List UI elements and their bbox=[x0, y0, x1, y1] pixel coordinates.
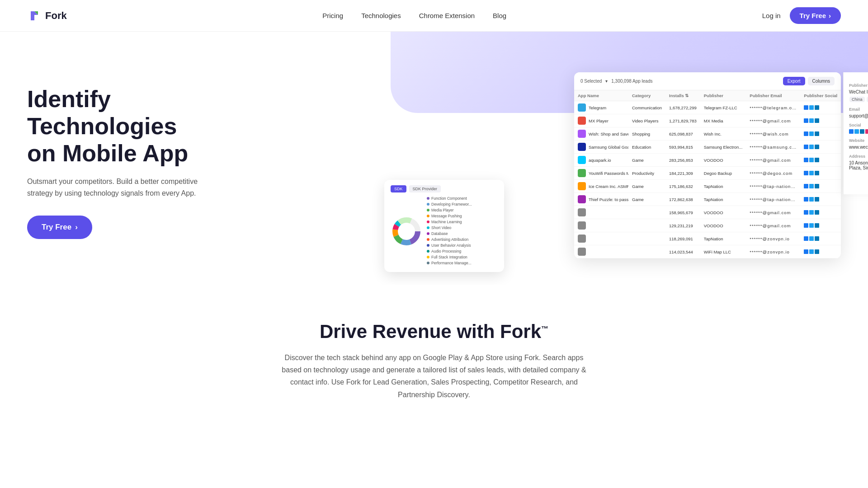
drive-title: Drive Revenue with Fork™ bbox=[27, 321, 841, 343]
table-row[interactable]: 129,231,219 VOODOO ******@gmail.com bbox=[574, 219, 841, 232]
selected-count: 0 Selected bbox=[580, 79, 602, 84]
sdk-tab-provider[interactable]: SDK Provider bbox=[409, 185, 441, 192]
data-table: App Name Category Installs ⇅ Publisher P… bbox=[574, 90, 841, 258]
col-app-name[interactable]: App Name bbox=[574, 90, 628, 101]
social-icon-2 bbox=[854, 129, 859, 134]
donut-chart bbox=[391, 216, 422, 247]
sdk-content: Function Component Developing Framewor..… bbox=[391, 196, 498, 267]
hero-try-free-button[interactable]: Try Free › bbox=[27, 216, 92, 239]
nav-links: Pricing Technologies Chrome Extension Bl… bbox=[322, 12, 506, 19]
arrow-icon: › bbox=[829, 12, 831, 19]
sdk-list-item: Function Component bbox=[427, 196, 498, 201]
table-row[interactable]: YouWifi Passwords Map Instal Productivit… bbox=[574, 167, 841, 180]
hero-arrow-icon: › bbox=[75, 223, 78, 232]
nav-technologies[interactable]: Technologies bbox=[361, 12, 401, 19]
sdk-list-item: Full Stack Integration bbox=[427, 255, 498, 259]
publisher-value: WeChat International Pte. Ltd. bbox=[849, 89, 868, 94]
sdk-list-item: Advertising Attribution bbox=[427, 237, 498, 242]
website-label: Website bbox=[849, 138, 868, 143]
drive-subtitle: Discover the tech stack behind any app o… bbox=[280, 352, 588, 401]
table-row[interactable]: 158,965,679 VOODOO ******@gmail.com bbox=[574, 206, 841, 219]
sdk-list-item: Media Player bbox=[427, 208, 498, 212]
export-button[interactable]: Export bbox=[783, 77, 805, 85]
drive-section: Drive Revenue with Fork™ Discover the te… bbox=[0, 285, 868, 428]
address-label: Address bbox=[849, 154, 868, 159]
table-row[interactable]: MX Player Video Players 1,271,829,783 MX… bbox=[574, 114, 841, 127]
table-wrap: App Name Category Installs ⇅ Publisher P… bbox=[574, 90, 841, 258]
sdk-list-item: Message Pushing bbox=[427, 214, 498, 218]
try-free-nav-button[interactable]: Try Free › bbox=[790, 7, 841, 24]
table-body: Telegram Communication 1,678,272,299 Tel… bbox=[574, 101, 841, 258]
logo-text: Fork bbox=[45, 10, 67, 22]
nav-blog[interactable]: Blog bbox=[493, 12, 506, 19]
social-icon-3 bbox=[860, 129, 864, 134]
sdk-category-list: Function Component Developing Framewor..… bbox=[427, 196, 498, 267]
address-value: 10 Anson Rd, #21-07, International Plaza… bbox=[849, 160, 868, 170]
sdk-tabs: SDK SDK Provider bbox=[391, 185, 498, 192]
dashboard-panel: 0 Selected ▾ 1,300,098 App leads Export … bbox=[574, 72, 841, 258]
hero-left: Identify Technologies on Mobile App Outs… bbox=[27, 59, 393, 239]
table-header: App Name Category Installs ⇅ Publisher P… bbox=[574, 90, 841, 101]
sdk-card: SDK SDK Provider bbox=[384, 180, 504, 272]
table-row[interactable]: 114,023,544 WiFi Map LLC ******@zonvpn.i… bbox=[574, 245, 841, 258]
nav-pricing[interactable]: Pricing bbox=[322, 12, 343, 19]
table-row[interactable]: Samsung Global Goals Education 593,994,8… bbox=[574, 141, 841, 154]
sdk-list-item: Database bbox=[427, 231, 498, 236]
hero-section: Identify Technologies on Mobile App Outs… bbox=[0, 32, 868, 285]
social-icon-1 bbox=[849, 129, 854, 134]
sdk-list-item: Developing Framewor... bbox=[427, 202, 498, 206]
col-publisher[interactable]: Publisher bbox=[700, 90, 746, 101]
table-row[interactable]: 118,269,091 TapNation ******@zonvpn.io bbox=[574, 232, 841, 245]
hero-right: 0 Selected ▾ 1,300,098 App leads Export … bbox=[393, 59, 841, 258]
table-row[interactable]: Ice Cream Inc. ASMR, DIY Gam Game 175,18… bbox=[574, 180, 841, 193]
col-pub-social[interactable]: Publisher Social bbox=[800, 90, 841, 101]
side-detail-panel: Publisher WeChat International Pte. Ltd.… bbox=[843, 72, 868, 194]
columns-button[interactable]: Columns bbox=[808, 77, 835, 85]
panel-header: 0 Selected ▾ 1,300,098 App leads Export … bbox=[574, 72, 841, 90]
col-pub-email[interactable]: Publisher Email bbox=[746, 90, 800, 101]
publisher-label: Publisher bbox=[849, 83, 868, 88]
logo[interactable]: Fork bbox=[27, 9, 67, 23]
sdk-list-item: Machine Learning bbox=[427, 220, 498, 224]
sdk-list-item: Audio Processing bbox=[427, 249, 498, 253]
panel-header-left: 0 Selected ▾ 1,300,098 App leads bbox=[580, 79, 652, 84]
navbar: Fork Pricing Technologies Chrome Extensi… bbox=[0, 0, 868, 32]
hero-title: Identify Technologies on Mobile App bbox=[27, 86, 393, 167]
social-icons bbox=[849, 129, 868, 134]
total-leads: 1,300,098 App leads bbox=[611, 79, 652, 84]
table-row[interactable]: Wish: Shop and Save Shopping 625,098,837… bbox=[574, 127, 841, 141]
col-category[interactable]: Category bbox=[628, 90, 665, 101]
nav-chrome-extension[interactable]: Chrome Extension bbox=[419, 12, 475, 19]
login-button[interactable]: Log in bbox=[762, 12, 781, 19]
nav-actions: Log in Try Free › bbox=[762, 7, 841, 24]
email-label: Email bbox=[849, 107, 868, 112]
table-row[interactable]: Telegram Communication 1,678,272,299 Tel… bbox=[574, 101, 841, 114]
panel-header-right: Export Columns bbox=[783, 77, 835, 85]
sdk-list-item: User Behavior Analysis bbox=[427, 243, 498, 248]
table-row[interactable]: Thief Puzzle: to pass a level Game 172,8… bbox=[574, 193, 841, 206]
sdk-tab-sdk[interactable]: SDK bbox=[391, 185, 406, 192]
tag-china: China bbox=[849, 97, 865, 102]
email-value: support@help.wechat.com bbox=[849, 113, 868, 118]
website-value: www.wechat.com bbox=[849, 145, 868, 150]
col-installs[interactable]: Installs ⇅ bbox=[665, 90, 700, 101]
sdk-list-item: Performance Manage... bbox=[427, 261, 498, 265]
hero-subtitle: Outsmart your competitors. Build a bette… bbox=[27, 176, 199, 199]
table-row[interactable]: aquapark.io Game 283,256,853 VOODOO ****… bbox=[574, 154, 841, 167]
social-label: Social bbox=[849, 123, 868, 127]
sdk-list-item: Short Video bbox=[427, 225, 498, 230]
social-icon-4 bbox=[865, 129, 868, 134]
